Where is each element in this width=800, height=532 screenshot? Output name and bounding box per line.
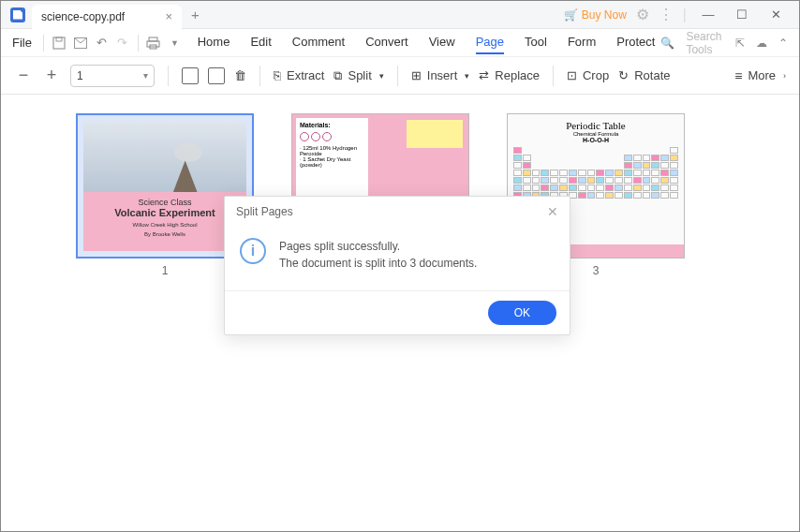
buy-now-link[interactable]: 🛒 Buy Now [564, 8, 627, 22]
extract-icon: ⎘ [274, 68, 281, 82]
rotate-left-button[interactable] [182, 67, 199, 84]
tab-edit[interactable]: Edit [250, 31, 271, 54]
menubar: File ↶ ↷ ▼ Home Edit Comment Convert Vie… [1, 29, 799, 57]
trash-icon: 🗑 [234, 68, 246, 82]
tab-close-icon[interactable]: × [165, 9, 172, 23]
chevron-down-icon: ▾ [465, 71, 469, 81]
replace-button[interactable]: ⇄Replace [479, 68, 540, 82]
rotate-icon: ↻ [618, 68, 629, 82]
delete-page-button[interactable]: 🗑 [234, 68, 246, 82]
tab-protect[interactable]: Protect [616, 31, 655, 54]
svg-rect-0 [53, 37, 65, 49]
tab-home[interactable]: Home [198, 31, 230, 54]
rotate-left-icon [182, 67, 199, 84]
insert-button[interactable]: ⊞Insert▾ [411, 68, 470, 82]
more-button[interactable]: ≡More› [734, 68, 786, 83]
cart-icon: 🛒 [564, 8, 578, 22]
page-number-input[interactable]: 1 [70, 65, 155, 87]
crop-button[interactable]: ⊡Crop [567, 68, 609, 82]
dialog-message-1: Pages split successfully. [279, 238, 477, 255]
tab-comment[interactable]: Comment [292, 31, 345, 54]
zoom-in-button[interactable]: + [42, 66, 61, 85]
file-menu[interactable]: File [12, 36, 32, 50]
undo-icon[interactable]: ↶ [94, 34, 110, 52]
dialog-title: Split Pages [236, 205, 293, 218]
svg-rect-3 [149, 37, 157, 41]
extract-button[interactable]: ⎘Extract [274, 68, 324, 82]
titlebar: science-copy.pdf × + 🛒 Buy Now ⚙ ⋮ | — ☐… [1, 1, 799, 29]
tab-page[interactable]: Page [476, 31, 504, 54]
page-toolbar: − + 1 🗑 ⎘Extract ⧉Split▾ ⊞Insert▾ ⇄Repla… [1, 57, 799, 95]
split-button[interactable]: ⧉Split▾ [333, 68, 383, 83]
insert-icon: ⊞ [411, 68, 422, 82]
share-icon[interactable]: ⇱ [735, 37, 745, 50]
settings-icon[interactable]: ⚙ [636, 6, 649, 23]
save-icon[interactable] [52, 34, 67, 52]
print-dropdown-icon[interactable]: ▼ [167, 34, 183, 52]
collapse-icon[interactable]: ⌃ [778, 37, 788, 50]
crop-icon: ⊡ [567, 68, 577, 82]
tab-tool[interactable]: Tool [525, 31, 547, 54]
dialog-message-2: The document is split into 3 documents. [279, 255, 477, 272]
tab-view[interactable]: View [429, 31, 455, 54]
document-tab[interactable]: science-copy.pdf × [32, 5, 182, 29]
tab-filename: science-copy.pdf [41, 10, 125, 23]
new-tab-button[interactable]: + [191, 7, 200, 22]
rotate-button[interactable]: ↻Rotate [618, 68, 670, 82]
mail-icon[interactable] [72, 34, 88, 52]
chevron-right-icon: › [783, 71, 786, 81]
cloud-icon[interactable]: ☁ [756, 37, 767, 50]
minimize-button[interactable]: — [696, 7, 720, 22]
split-icon: ⧉ [333, 68, 342, 83]
dialog-close-button[interactable]: ✕ [547, 204, 558, 219]
page-number-label: 1 [162, 264, 169, 277]
tab-form[interactable]: Form [568, 31, 596, 54]
maximize-button[interactable]: ☐ [730, 7, 754, 22]
ok-button[interactable]: OK [488, 301, 556, 325]
search-tools-input[interactable]: Search Tools [686, 30, 724, 56]
info-icon: i [240, 238, 266, 264]
redo-icon[interactable]: ↷ [114, 34, 130, 52]
close-button[interactable]: ✕ [763, 7, 788, 22]
print-icon[interactable] [146, 34, 162, 52]
kebab-icon[interactable]: ⋮ [659, 6, 674, 23]
rotate-right-icon [208, 67, 225, 84]
svg-rect-4 [147, 41, 159, 47]
split-pages-dialog: Split Pages ✕ i Pages split successfully… [224, 196, 570, 335]
menu-tabs: Home Edit Comment Convert View Page Tool… [198, 31, 656, 54]
app-icon [10, 7, 25, 22]
replace-icon: ⇄ [479, 68, 489, 82]
zoom-out-button[interactable]: − [14, 66, 33, 85]
rotate-right-button[interactable] [208, 67, 225, 84]
search-icon[interactable]: 🔍 [660, 37, 674, 50]
chevron-down-icon: ▾ [379, 71, 384, 81]
tab-convert[interactable]: Convert [365, 31, 408, 54]
page-number-label: 3 [593, 264, 600, 277]
